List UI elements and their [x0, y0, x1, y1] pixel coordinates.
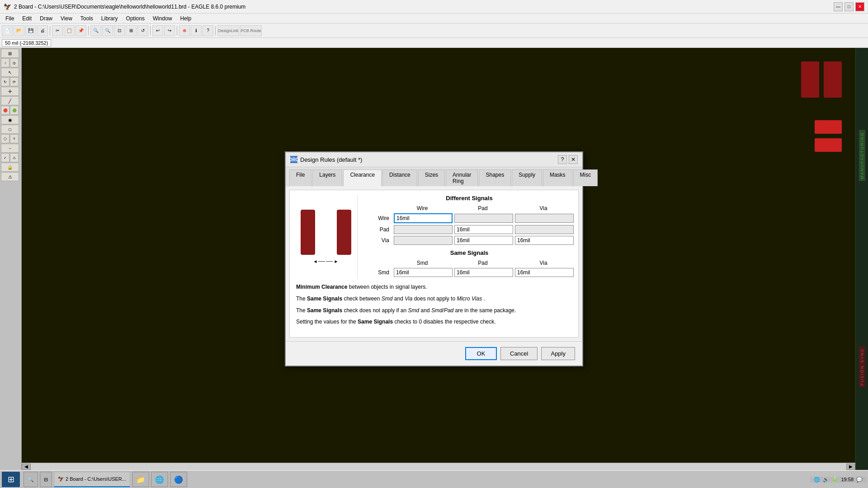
tool-print[interactable]: 🖨: [37, 25, 48, 36]
menu-library[interactable]: Library: [98, 14, 122, 23]
tool-zoom-out[interactable]: 🔍: [102, 25, 113, 36]
info-smd-pad: Smd/Pad: [431, 307, 453, 314]
dialog-controls[interactable]: ? ✕: [558, 155, 578, 164]
tab-file[interactable]: File: [289, 169, 311, 186]
tool-zoom-prev[interactable]: ↺: [137, 25, 148, 36]
menu-tools[interactable]: Tools: [77, 14, 97, 23]
dialog-close-button[interactable]: ✕: [569, 155, 578, 164]
tab-misc[interactable]: Misc: [573, 169, 598, 186]
taskbar-search[interactable]: 🔍: [24, 472, 38, 487]
info-line-4: Setting the values for the Same Signals …: [296, 317, 572, 327]
start-button[interactable]: ⊞: [2, 472, 20, 487]
scroll-right-button[interactable]: ►: [846, 464, 855, 470]
tool-design-link[interactable]: DesignLink: [217, 25, 239, 36]
ok-button[interactable]: OK: [465, 347, 497, 360]
same-smd-pad-input[interactable]: [454, 268, 513, 277]
diff-wire-via-input[interactable]: [515, 214, 574, 223]
scrollbar-horizontal[interactable]: ◄ ►: [22, 463, 855, 470]
tool-paste[interactable]: 📌: [75, 25, 86, 36]
info-does-not-apply: does not apply to: [414, 296, 457, 302]
info-via: Via: [405, 296, 412, 302]
toolbar-sep-3: [150, 26, 151, 35]
taskbar: ⊞ 🔍 ⊟ 🦅 2 Board - C:\Users\USER... 📁 🌐 🔵…: [0, 470, 868, 488]
diff-pad-wire-input[interactable]: [394, 225, 453, 234]
taskbar-network-icon: 🌐: [814, 477, 820, 483]
tab-masks[interactable]: Masks: [543, 169, 572, 186]
diff-via-wire-input[interactable]: [394, 236, 453, 245]
tool-zoom-fit[interactable]: ⊡: [114, 25, 125, 36]
cancel-button[interactable]: Cancel: [500, 347, 538, 360]
diff-header-via: Via: [513, 205, 574, 211]
dialog-help-button[interactable]: ?: [558, 155, 567, 164]
menu-view[interactable]: View: [57, 14, 76, 23]
app-icon: 🦅: [4, 3, 11, 10]
diff-wire-wire-input[interactable]: [394, 213, 453, 223]
menu-options[interactable]: Options: [123, 14, 148, 23]
status-bar-top: 50 mil (-2168.3252): [0, 38, 868, 48]
different-signals-title: Different Signals: [365, 195, 574, 202]
tool-copy[interactable]: 📋: [64, 25, 75, 36]
minimize-button[interactable]: —: [834, 2, 843, 11]
tool-help[interactable]: ?: [203, 25, 213, 36]
scroll-left-button[interactable]: ◄: [22, 464, 31, 470]
diff-via-label: Via: [365, 237, 392, 244]
tool-save[interactable]: 💾: [25, 25, 36, 36]
tool-open[interactable]: 📂: [14, 25, 24, 36]
same-smd-smd-input[interactable]: [394, 268, 453, 277]
info-and-2: and: [421, 307, 431, 314]
title-bar-controls[interactable]: — □ ✕: [834, 2, 864, 11]
tool-stop[interactable]: ⊗: [179, 25, 190, 36]
diff-wire-row: Wire: [365, 213, 574, 223]
tab-supply[interactable]: Supply: [512, 169, 542, 186]
diff-via-via-input[interactable]: [515, 236, 574, 245]
tool-zoom-in[interactable]: 🔍: [90, 25, 101, 36]
taskbar-explorer[interactable]: 📁: [132, 472, 149, 487]
tab-shapes[interactable]: Shapes: [479, 169, 511, 186]
same-smd-via-input[interactable]: [515, 268, 574, 277]
menu-draw[interactable]: Draw: [36, 14, 56, 23]
maximize-button[interactable]: □: [844, 2, 854, 11]
tool-cut[interactable]: ✂: [52, 25, 63, 36]
arrow-dash-right: [326, 261, 333, 262]
tool-info[interactable]: ℹ: [191, 25, 202, 36]
tool-pcb-route[interactable]: PCB Route: [240, 25, 262, 36]
taskbar-eagle[interactable]: 🦅 2 Board - C:\Users\USER...: [54, 472, 130, 487]
dialog-title-bar: DRC Design Rules (default *) ? ✕: [286, 152, 582, 167]
wire-bar-right: [337, 210, 351, 255]
taskbar-edge[interactable]: 🌐: [151, 472, 168, 487]
diff-pad-via-input[interactable]: [515, 225, 574, 234]
tab-distance[interactable]: Distance: [382, 169, 417, 186]
taskbar-chrome[interactable]: 🔵: [170, 472, 187, 487]
close-button[interactable]: ✕: [855, 2, 864, 11]
info-same-signals-1: Same Signals: [307, 296, 342, 302]
dialog-content: ◄ ► Different Signals: [289, 190, 579, 337]
info-same-signals-2: Same Signals: [307, 307, 342, 314]
diff-via-pad-input[interactable]: [454, 236, 513, 245]
taskbar-notification-icon: 💬: [856, 477, 863, 483]
tool-zoom-select[interactable]: ⊞: [126, 25, 137, 36]
same-header-empty: [365, 260, 392, 266]
tool-redo[interactable]: ↪: [164, 25, 175, 36]
tool-undo[interactable]: ↩: [152, 25, 163, 36]
tab-clearance[interactable]: Clearance: [343, 169, 382, 186]
diff-pad-pad-input[interactable]: [454, 225, 513, 234]
menu-edit[interactable]: Edit: [19, 14, 35, 23]
apply-button[interactable]: Apply: [541, 347, 575, 360]
menu-window[interactable]: Window: [149, 14, 176, 23]
tool-new[interactable]: 📄: [2, 25, 13, 36]
info-smd: Smd: [382, 296, 393, 302]
toolbar-sep-2: [88, 26, 89, 35]
tab-layers[interactable]: Layers: [312, 169, 342, 186]
info-line-2: The Same Signals check between Smd and V…: [296, 294, 572, 304]
info-smd-2: Smd: [408, 307, 420, 314]
menu-help[interactable]: Help: [177, 14, 195, 23]
tab-annular-ring[interactable]: Annular Ring: [446, 169, 478, 186]
scroll-track[interactable]: [31, 464, 846, 470]
same-smd-label: Smd: [365, 269, 392, 276]
menu-file[interactable]: File: [2, 14, 18, 23]
dialog-overlay: DRC Design Rules (default *) ? ✕ File La…: [0, 48, 868, 470]
diff-wire-pad-input[interactable]: [454, 214, 513, 223]
taskbar-task-view[interactable]: ⊟: [40, 472, 52, 487]
tab-sizes[interactable]: Sizes: [418, 169, 445, 186]
info-check-1: check between: [344, 296, 381, 302]
